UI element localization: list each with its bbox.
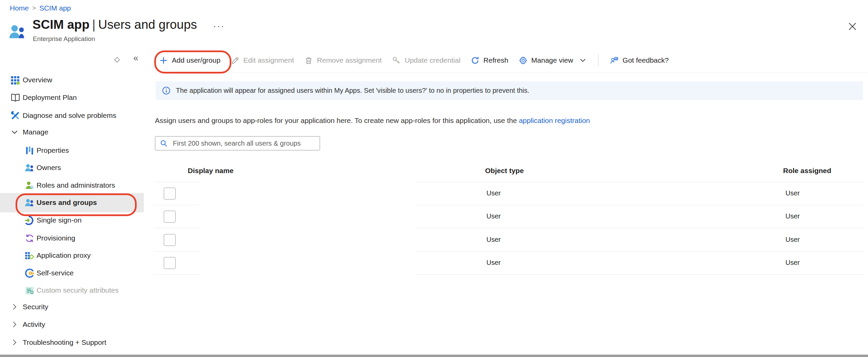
assignment-description-text: Assign users and groups to app-roles for… (155, 117, 519, 124)
sso-icon (24, 215, 35, 226)
refresh-button[interactable]: Refresh (465, 51, 513, 70)
toolbar-divider-line (154, 72, 868, 73)
column-header-display-name[interactable]: Display name (188, 167, 233, 175)
cell-role-assigned: User (785, 189, 800, 197)
add-user-group-button[interactable]: Add user/group (154, 51, 226, 70)
sidebar-item-label: Properties (37, 146, 69, 154)
toolbar-button-label: Manage view (531, 56, 573, 64)
sidebar-item-properties[interactable]: Properties (0, 142, 149, 159)
row-separator-line (154, 182, 200, 182)
horizontal-scrollbar[interactable] (0, 355, 868, 357)
column-header-object-type[interactable]: Object type (485, 167, 524, 175)
sidebar-item-label: Roles and administrators (37, 181, 115, 189)
book-icon (10, 92, 21, 103)
breadcrumb: Home > SCIM app (10, 4, 71, 12)
toolbar-button-label: Got feedback? (622, 56, 669, 64)
info-banner: The application will appear for assigned… (156, 81, 863, 100)
sidebar-item-security[interactable]: Security (0, 298, 149, 316)
sidebar-item-self-service[interactable]: Self-service (0, 264, 149, 282)
sidebar-item-label: Overview (23, 76, 52, 84)
sidebar-item-label: Troubleshooting + Support (23, 338, 106, 346)
sidebar-item-label: Activity (23, 320, 45, 329)
breadcrumb-scim-app-link[interactable]: SCIM app (39, 4, 71, 12)
row-checkbox[interactable] (164, 257, 176, 269)
row-checkbox[interactable] (164, 188, 176, 200)
sidebar-item-provisioning[interactable]: Provisioning (0, 229, 149, 247)
sidebar-collapse-icon[interactable]: « (133, 53, 138, 63)
roles-icon (24, 180, 35, 191)
remove-assignment-button[interactable]: Remove assignment (299, 51, 387, 70)
row-checkbox[interactable] (164, 211, 176, 223)
cell-role-assigned: User (785, 212, 800, 220)
chevron-down-icon (10, 128, 19, 136)
toolbar-button-label: Remove assignment (317, 56, 382, 64)
pencil-icon (231, 56, 240, 65)
provisioning-icon (24, 233, 35, 244)
got-feedback--button[interactable]: Got feedback? (604, 51, 674, 70)
search-input[interactable] (172, 139, 320, 148)
row-separator-line (154, 228, 200, 228)
app-logo-people-icon (8, 22, 27, 41)
grid-icon (10, 75, 21, 85)
tools-icon (10, 110, 21, 121)
sidebar-item-label: Manage (23, 128, 48, 136)
row-separator-line (415, 205, 863, 205)
row-separator-line (415, 228, 863, 228)
sidebar-item-custom-security-attributes[interactable]: Custom security attributes (0, 281, 149, 299)
sidebar-item-deployment-plan[interactable]: Deployment Plan (0, 89, 149, 106)
toolbar-button-label: Add user/group (172, 56, 221, 64)
sidebar-item-roles-and-administrators[interactable]: Roles and administrators (0, 176, 149, 194)
sidebar-item-label: Custom security attributes (37, 286, 119, 294)
update-credential-button[interactable]: Update credential (387, 51, 465, 70)
trash-icon (304, 56, 313, 65)
breadcrumb-home-link[interactable]: Home (10, 4, 29, 12)
breadcrumb-separator-icon: > (32, 4, 36, 12)
manage-view-button[interactable]: Manage view (513, 51, 592, 70)
sidebar-item-activity[interactable]: Activity (0, 316, 149, 333)
cell-role-assigned: User (785, 236, 800, 244)
edit-assignment-button[interactable]: Edit assignment (226, 51, 299, 70)
proxy-icon (24, 250, 35, 261)
sidebar-item-label: Deployment Plan (23, 93, 77, 102)
sidebar-item-label: Users and groups (37, 198, 97, 207)
page-title-page-name: Users and groups (98, 18, 197, 31)
chevron-right-icon (10, 338, 19, 347)
people-icon (24, 163, 35, 173)
sidebar-resize-diamond-icon[interactable]: ◇ (114, 55, 120, 63)
sliders-icon (24, 145, 35, 156)
row-checkbox[interactable] (164, 234, 176, 246)
attributes-icon (24, 285, 35, 296)
info-icon (162, 86, 171, 95)
toolbar-button-label: Edit assignment (244, 56, 294, 64)
sidebar-item-label: Security (23, 303, 48, 311)
toolbar: Add user/groupEdit assignmentRemove assi… (154, 50, 674, 70)
azure-portal-page: Home > SCIM app SCIM app|Users and group… (0, 0, 868, 357)
page-title-app-name: SCIM app (32, 18, 90, 31)
sidebar-item-single-sign-on[interactable]: Single sign-on (0, 211, 149, 229)
row-separator-line (154, 251, 200, 252)
cell-object-type: User (486, 259, 501, 267)
column-header-role-assigned[interactable]: Role assigned (783, 167, 831, 175)
people-icon (24, 197, 35, 208)
cell-object-type: User (486, 236, 501, 244)
sidebar-item-diagnose-and-solve-problems[interactable]: Diagnose and solve problems (0, 107, 149, 124)
sidebar-item-label: Self-service (37, 269, 74, 277)
toolbar-button-label: Refresh (483, 56, 508, 64)
sidebar-item-owners[interactable]: Owners (0, 159, 149, 176)
sidebar-item-manage[interactable]: Manage (0, 123, 149, 141)
application-registration-link[interactable]: application registration (519, 117, 590, 124)
sidebar-item-application-proxy[interactable]: Application proxy (0, 247, 149, 264)
sidebar-item-overview[interactable]: Overview (0, 71, 149, 89)
sidebar-item-troubleshooting-support[interactable]: Troubleshooting + Support (0, 334, 149, 351)
search-icon (159, 139, 168, 148)
more-options-button[interactable]: ··· (213, 21, 225, 31)
row-separator-line (154, 274, 200, 275)
page-title-separator: | (90, 18, 98, 31)
close-icon[interactable] (847, 21, 858, 32)
sidebar-item-users-and-groups[interactable]: Users and groups (0, 194, 149, 211)
gear-icon (519, 56, 528, 65)
chevron-right-icon (10, 302, 19, 311)
chevron-down-icon (579, 56, 587, 64)
sidebar-item-label: Single sign-on (37, 216, 82, 224)
feedback-icon (610, 56, 619, 65)
